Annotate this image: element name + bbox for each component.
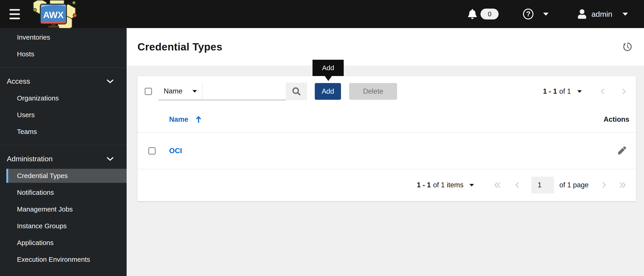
table-header-row: Name Actions: [138, 107, 636, 133]
page-number-input[interactable]: [532, 177, 554, 193]
svg-text:AWX: AWX: [43, 10, 64, 20]
credential-type-link[interactable]: OCI: [169, 147, 182, 155]
search-input[interactable]: [202, 83, 286, 100]
chevron-double-right-icon: [618, 181, 627, 189]
sidebar-group-access[interactable]: Access: [0, 73, 127, 90]
pencil-icon: [618, 146, 626, 154]
sidebar-item-applications[interactable]: Applications: [0, 234, 127, 251]
username-label: admin: [591, 10, 612, 19]
chevron-right-icon: [601, 181, 607, 189]
sidebar-item-notifications[interactable]: Notifications: [0, 184, 127, 201]
caret-down-icon[interactable]: [577, 90, 582, 93]
page-header: Credential Types: [127, 28, 644, 66]
notification-count-badge: 0: [480, 9, 498, 20]
chevron-down-icon: [107, 79, 114, 83]
last-page-button[interactable]: [618, 181, 627, 189]
tooltip-arrow: [324, 76, 332, 81]
delete-button[interactable]: Delete: [349, 83, 397, 100]
top-navbar: AWX 0 ? admin: [0, 0, 644, 28]
sidebar-item-execution-environments[interactable]: Execution Environments: [0, 251, 127, 268]
footer-pagination: 1 - 1 of 1 items of 1 page: [138, 169, 636, 201]
sidebar-divider: [0, 67, 127, 68]
chevron-left-icon: [514, 181, 520, 189]
sidebar-item-credential-types[interactable]: Credential Types: [6, 169, 127, 183]
list-toolbar: Name Add Delete 1 - 1 of 1: [138, 76, 636, 107]
awx-logo[interactable]: AWX: [28, 1, 78, 28]
notifications-button[interactable]: 0: [468, 9, 498, 20]
history-button[interactable]: [622, 42, 633, 52]
content-area: Add Name Add Delet: [127, 66, 644, 201]
page-title: Credential Types: [138, 41, 222, 53]
sidebar: Inventories Hosts Access Organizations U…: [0, 28, 127, 276]
sidebar-item-hosts[interactable]: Hosts: [0, 46, 127, 63]
sidebar-item-inventories[interactable]: Inventories: [0, 29, 127, 46]
chevron-down-icon: [107, 157, 114, 161]
credential-types-card: Name Add Delete 1 - 1 of 1: [138, 76, 636, 201]
add-button[interactable]: Add: [315, 83, 341, 100]
sidebar-item-users[interactable]: Users: [0, 107, 127, 123]
chevron-down-icon: [543, 12, 549, 16]
main-content: Credential Types Add Name: [127, 28, 644, 276]
toolbar-pagination: 1 - 1 of 1: [543, 87, 627, 96]
row-checkbox[interactable]: [148, 147, 156, 154]
sidebar-group-administration[interactable]: Administration: [0, 150, 127, 167]
chevron-double-left-icon: [493, 181, 502, 189]
help-menu-button[interactable]: ?: [523, 9, 549, 20]
column-header-actions: Actions: [604, 115, 629, 124]
search-button[interactable]: [286, 83, 307, 100]
sort-up-arrow-icon: [196, 116, 201, 123]
caret-down-icon[interactable]: [470, 184, 474, 187]
sidebar-item-teams[interactable]: Teams: [0, 123, 127, 140]
bell-icon: [468, 9, 477, 19]
next-page-button[interactable]: [601, 181, 607, 189]
history-icon: [622, 42, 633, 52]
chevron-left-icon: [600, 88, 605, 95]
select-all-checkbox[interactable]: [145, 88, 152, 95]
prev-page-button[interactable]: [514, 181, 520, 189]
sidebar-item-instance-groups[interactable]: Instance Groups: [0, 218, 127, 234]
items-range: 1 - 1: [417, 181, 431, 189]
user-icon: [578, 9, 586, 19]
chevron-down-icon: [622, 12, 628, 16]
edit-button[interactable]: [615, 146, 629, 154]
column-header-name[interactable]: Name: [169, 115, 201, 124]
pagination-range: 1 - 1: [543, 87, 557, 96]
prev-page-button[interactable]: [600, 88, 605, 95]
question-circle-icon: ?: [523, 9, 534, 20]
awx-logo-image: AWX: [28, 1, 78, 28]
chevron-right-icon: [621, 88, 627, 95]
hamburger-icon: [10, 9, 20, 11]
page-count-label: of 1 page: [560, 181, 588, 189]
navbar-utilities: 0 ? admin: [468, 9, 628, 20]
first-page-button[interactable]: [493, 181, 502, 189]
caret-down-icon: [192, 90, 197, 93]
sidebar-item-management-jobs[interactable]: Management Jobs: [0, 201, 127, 218]
add-tooltip: Add: [312, 60, 344, 76]
next-page-button[interactable]: [621, 88, 627, 95]
user-menu-button[interactable]: admin: [578, 9, 628, 19]
filter-key-select[interactable]: Name: [158, 83, 202, 100]
table-row: OCI: [138, 133, 636, 169]
search-icon: [292, 87, 300, 96]
sidebar-item-organizations[interactable]: Organizations: [0, 90, 127, 107]
nav-toggle-button[interactable]: [10, 9, 20, 19]
